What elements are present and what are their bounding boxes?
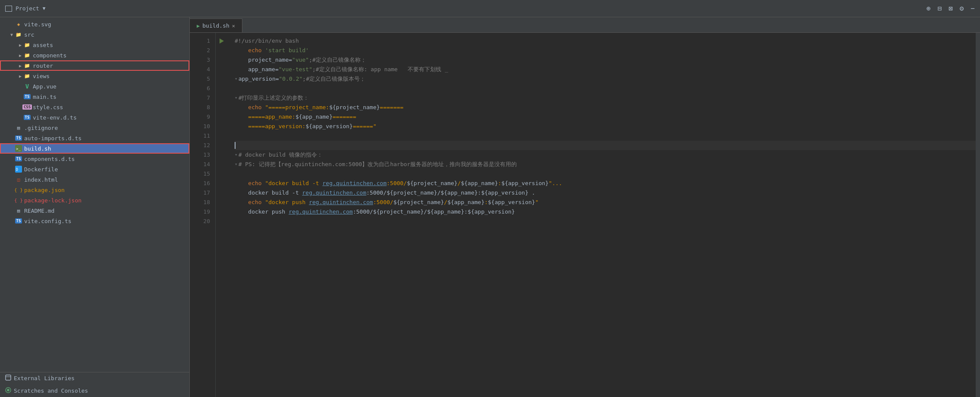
scratches-label: Scratches and Consoles — [14, 388, 88, 394]
vue-file-icon: V — [23, 82, 31, 90]
file-item-build-sh[interactable]: >_ build.sh — [0, 143, 189, 154]
ln-4: 4 — [190, 65, 210, 74]
settings-icon[interactable]: ⚙ — [960, 4, 964, 13]
main-layout: ◈ vite.svg ▼ 📁 src ▶ 📁 assets ▶ 📁 compon… — [0, 17, 980, 397]
ln-8: 8 — [190, 103, 210, 112]
add-icon[interactable]: ⊕ — [927, 4, 931, 13]
fold-14[interactable]: ▾ — [235, 160, 238, 169]
ln-10: 10 — [190, 122, 210, 131]
code-editor[interactable]: 1 2 3 4 5 6 7 8 9 10 11 12 13 14 15 16 1… — [190, 33, 980, 397]
ts-file-icon: TS — [23, 93, 31, 101]
file-name-vite-config: vite.config.ts — [24, 218, 72, 224]
vertical-scrollbar[interactable] — [976, 33, 980, 397]
run-icon-line1[interactable] — [216, 36, 228, 46]
editor-area: ▶ build.sh ✕ 1 2 3 4 5 6 7 8 9 10 11 12 … — [190, 17, 980, 397]
folder-item-router[interactable]: ▶ 📁 router — [0, 60, 189, 71]
file-item-style-css[interactable]: CSS style.css — [0, 102, 189, 112]
gutter-spacer-2 — [216, 46, 228, 55]
code-line-2: echo 'start build' — [235, 46, 976, 55]
file-item-vite-env[interactable]: TS vite-env.d.ts — [0, 112, 189, 123]
code-line-3: project_name="vue";#定义自己镜像名称； — [235, 55, 976, 65]
ln-18: 18 — [190, 198, 210, 207]
code-content[interactable]: #!/usr/bin/env bash echo 'start build' p… — [228, 33, 976, 397]
folder-icon-router: 📁 — [23, 62, 31, 69]
code-line-4: app_name="vue-test";#定义自己镜像名称: app name … — [235, 65, 976, 74]
folder-icon-src: 📁 — [15, 31, 22, 38]
svg-point-7 — [7, 389, 9, 391]
project-label: Project — [16, 5, 39, 12]
svg-file-icon: ◈ — [15, 20, 22, 28]
code-line-5: ▾app_version="0.0.2";#定义自己镜像版本号； — [235, 74, 976, 84]
file-item-readme[interactable]: ▤ README.md — [0, 205, 189, 216]
file-name-package-lock: package-lock.json — [24, 197, 82, 204]
tab-build-sh[interactable]: ▶ build.sh ✕ — [190, 19, 242, 32]
run-triangle[interactable] — [220, 38, 224, 44]
tab-close-build-sh[interactable]: ✕ — [232, 23, 235, 29]
external-libraries[interactable]: External Libraries — [0, 372, 189, 384]
ts-comp-icon: TS — [15, 155, 22, 163]
file-name-components-dts: components.d.ts — [24, 156, 75, 162]
folder-item-components[interactable]: ▶ 📁 components — [0, 50, 189, 60]
docker-icon: D — [15, 165, 22, 173]
folder-icon-components: 📁 — [23, 51, 31, 59]
file-item-package-lock[interactable]: { } package-lock.json — [0, 195, 189, 205]
expand-icon[interactable]: ⊠ — [949, 4, 953, 13]
ln-1: 1 — [190, 36, 210, 46]
ln-13: 13 — [190, 150, 210, 160]
folder-item-src[interactable]: ▼ 📁 src — [0, 29, 189, 40]
file-name-app-vue: App.vue — [33, 83, 57, 90]
folder-name-assets: assets — [33, 42, 53, 48]
ln-5: 5 — [190, 74, 210, 84]
code-line-6 — [235, 84, 976, 93]
css-file-icon: CSS — [23, 103, 31, 111]
file-item-vite-svg[interactable]: ◈ vite.svg — [0, 19, 189, 29]
file-name-readme: README.md — [24, 208, 54, 214]
scratches-and-consoles[interactable]: Scratches and Consoles — [0, 384, 189, 397]
file-name-vite-svg: vite.svg — [24, 21, 51, 28]
scratches-icon — [5, 387, 11, 394]
line-numbers: 1 2 3 4 5 6 7 8 9 10 11 12 13 14 15 16 1… — [190, 33, 216, 397]
file-item-auto-imports[interactable]: TS auto-imports.d.ts — [0, 133, 189, 143]
gutter-spacer-18 — [216, 198, 228, 207]
file-item-vite-config[interactable]: TS vite.config.ts — [0, 216, 189, 226]
file-item-components-dts[interactable]: TS components.d.ts — [0, 154, 189, 164]
file-item-package-json[interactable]: { } package.json — [0, 185, 189, 195]
code-line-16: echo "docker build -t reg.quintinchen.co… — [235, 179, 976, 188]
project-dropdown-icon[interactable]: ▼ — [43, 6, 46, 11]
file-item-index-html[interactable]: ◫ index.html — [0, 174, 189, 185]
ln-12: 12 — [190, 141, 210, 150]
code-line-12 — [235, 141, 976, 150]
folder-item-assets[interactable]: ▶ 📁 assets — [0, 40, 189, 50]
code-line-17: docker build -t reg.quintinchen.com:5000… — [235, 188, 976, 198]
code-line-10: =====app_version:${app_version}======" — [235, 122, 976, 131]
code-line-7: ▾#打印显示上述定义的参数： — [235, 93, 976, 103]
title-bar: Project ▼ ⊕ ⊟ ⊠ ⚙ − — [0, 0, 980, 17]
gutter-spacer-7 — [216, 93, 228, 103]
file-item-dockerfile[interactable]: D Dockerfile — [0, 164, 189, 174]
file-item-main-ts[interactable]: TS main.ts — [0, 91, 189, 102]
svg-text:>_: >_ — [16, 147, 21, 151]
project-title[interactable]: Project ▼ — [5, 5, 45, 12]
file-item-gitignore[interactable]: ▤ .gitignore — [0, 123, 189, 133]
gutter-spacer-17 — [216, 188, 228, 198]
code-line-9: =====app_name:${app_name}======= — [235, 112, 976, 122]
ln-17: 17 — [190, 188, 210, 198]
sh-file-icon: >_ — [15, 145, 22, 152]
file-name-vite-env: vite-env.d.ts — [33, 114, 77, 121]
fold-5[interactable]: ▾ — [235, 74, 238, 84]
ln-16: 16 — [190, 179, 210, 188]
code-line-14: ▾# PS: 记得把【reg.quintinchen.com:5000】改为自己… — [235, 160, 976, 169]
ts-auto-icon: TS — [15, 134, 22, 142]
file-name-main-ts: main.ts — [33, 94, 57, 100]
collapse-icon[interactable]: ⊟ — [937, 4, 942, 13]
ln-6: 6 — [190, 84, 210, 93]
file-item-app-vue[interactable]: V App.vue — [0, 81, 189, 91]
fold-13[interactable]: ▾ — [235, 150, 238, 160]
cursor — [235, 142, 236, 149]
folder-name-components: components — [33, 52, 66, 59]
close-icon[interactable]: − — [971, 4, 975, 13]
folder-icon-assets: 📁 — [23, 41, 31, 49]
code-line-15 — [235, 169, 976, 179]
folder-item-views[interactable]: ▶ 📁 views — [0, 71, 189, 81]
fold-7[interactable]: ▾ — [235, 93, 238, 103]
